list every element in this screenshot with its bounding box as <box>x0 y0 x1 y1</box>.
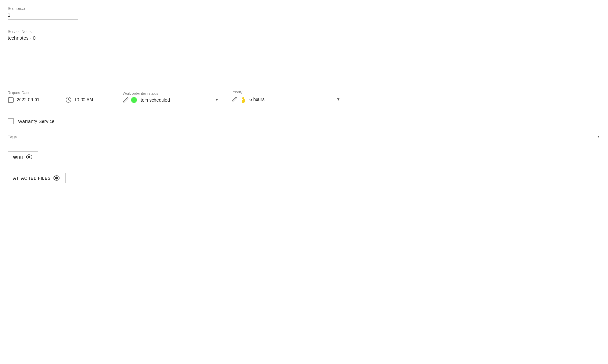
status-dropdown-arrow[interactable]: ▼ <box>215 98 219 102</box>
service-notes-label: Service Notes <box>8 29 600 34</box>
svg-point-15 <box>56 177 58 179</box>
request-time-value: 10:00 AM <box>74 97 93 102</box>
status-indicator-dot <box>131 97 137 103</box>
service-notes-value: technotes - 0 <box>8 35 600 41</box>
request-time-inner: 10:00 AM <box>65 97 110 105</box>
svg-rect-5 <box>11 100 12 100</box>
attached-files-label: ATTACHED FILES <box>13 176 51 181</box>
priority-inner[interactable]: 6 hours ▼ <box>232 96 340 105</box>
svg-line-9 <box>68 100 70 100</box>
section-divider <box>8 79 600 79</box>
priority-flame-icon <box>240 96 247 103</box>
attached-files-section: ATTACHED FILES <box>8 173 600 183</box>
status-value: Item scheduled <box>139 97 170 103</box>
request-date-field: Request Date 2022-09-01 <box>8 91 52 105</box>
status-edit-icon[interactable] <box>123 97 129 103</box>
request-date-value: 2022-09-01 <box>17 97 40 102</box>
request-date-inner: 2022-09-01 <box>8 97 52 105</box>
sequence-value: 1 <box>8 12 78 20</box>
priority-field: Priority 6 hours ▼ <box>232 90 340 105</box>
tags-label: Tags <box>8 134 596 139</box>
request-date-label: Request Date <box>8 91 52 95</box>
warranty-checkbox[interactable] <box>8 118 14 124</box>
svg-line-10 <box>123 102 123 103</box>
service-notes-field-group: Service Notes technotes - 0 <box>8 29 600 41</box>
status-field: Work order item status Item scheduled ▼ <box>123 91 219 105</box>
svg-rect-6 <box>9 101 10 101</box>
svg-line-11 <box>232 102 232 102</box>
svg-point-13 <box>28 156 30 158</box>
warranty-row: Warranty Service <box>8 118 600 124</box>
wiki-eye-icon <box>26 154 33 159</box>
status-dropdown[interactable]: Item scheduled ▼ <box>123 97 219 105</box>
clock-icon <box>65 97 72 103</box>
priority-value: 6 hours <box>249 97 265 102</box>
priority-edit-icon[interactable] <box>232 97 237 102</box>
request-time-field: 10:00 AM <box>65 95 110 105</box>
attached-files-button[interactable]: ATTACHED FILES <box>8 173 66 183</box>
status-label: Work order item status <box>123 91 219 95</box>
tags-dropdown-arrow[interactable]: ▼ <box>596 134 600 139</box>
priority-dropdown-arrow[interactable]: ▼ <box>336 97 340 102</box>
page-container: Sequence 1 Service Notes technotes - 0 R… <box>0 0 608 364</box>
warranty-label: Warranty Service <box>18 119 54 124</box>
fields-row: Request Date 2022-09-01 <box>8 87 600 112</box>
calendar-icon <box>8 97 14 103</box>
sequence-field-group: Sequence 1 <box>8 6 600 20</box>
wiki-button-label: WIKI <box>13 155 23 159</box>
wiki-section: WIKI <box>8 151 600 167</box>
attached-files-eye-icon <box>53 175 60 181</box>
sequence-label: Sequence <box>8 6 600 11</box>
priority-label: Priority <box>232 90 340 94</box>
tags-row[interactable]: Tags ▼ <box>8 134 600 142</box>
wiki-button[interactable]: WIKI <box>8 151 38 162</box>
svg-rect-4 <box>9 100 10 100</box>
